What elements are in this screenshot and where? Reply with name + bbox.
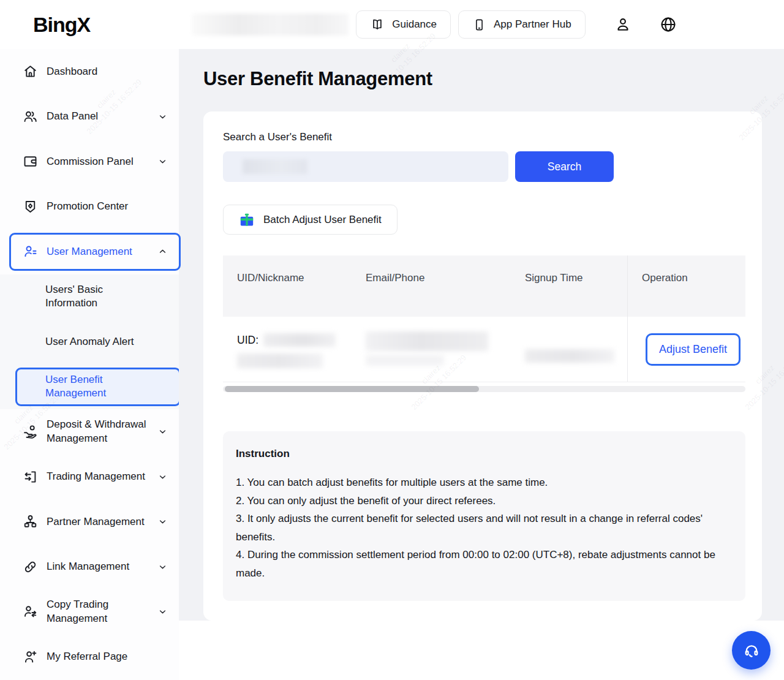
search-section-label: Search a User's Benefit (223, 131, 742, 143)
subitem-label: User Benefit Management (45, 373, 147, 401)
subitem-label: Users' Basic Information (45, 283, 147, 311)
phone-icon (472, 18, 486, 32)
sidebar-item-label: Link Management (47, 560, 129, 573)
wallet-icon (22, 153, 39, 170)
instruction-item: 1. You can batch adjust benefits for mul… (236, 474, 731, 492)
col-header-signup-time: Signup Time (511, 255, 627, 317)
sidebar-subitem-user-benefit-management[interactable]: User Benefit Management (0, 365, 179, 410)
instruction-list: 1. You can batch adjust benefits for mul… (236, 474, 731, 582)
chevron-down-icon (157, 472, 168, 482)
person-plus-icon (22, 649, 39, 665)
horizontal-scrollbar[interactable] (223, 386, 745, 392)
scrollbar-thumb[interactable] (225, 386, 479, 392)
col-header-email-phone: Email/Phone (352, 255, 511, 317)
table-row: UID: Adjust Bene (223, 317, 745, 382)
col-header-uid-nickname: UID/Nickname (223, 255, 352, 317)
guidance-button[interactable]: Guidance (356, 10, 451, 39)
benefit-table: UID/Nickname Email/Phone Signup Time Ope… (223, 255, 745, 392)
bingx-logo: BingX (33, 13, 90, 37)
sidebar-item-link-management[interactable]: Link Management (0, 545, 179, 590)
blurred-phone-value (366, 355, 444, 366)
book-icon (370, 17, 385, 32)
sidebar-subitem-users-basic-information[interactable]: Users' Basic Information (0, 274, 179, 320)
page-title: User Benefit Management (203, 49, 762, 90)
sidebar-item-label: Promotion Center (47, 200, 128, 213)
badge-icon (22, 198, 39, 215)
chevron-down-icon (157, 562, 168, 572)
language-globe-icon[interactable] (659, 15, 677, 34)
instruction-panel: Instruction 1. You can batch adjust bene… (223, 431, 745, 601)
link-icon (22, 559, 39, 575)
blurred-signup-time-value (525, 349, 614, 363)
sidebar-item-data-panel[interactable]: Data Panel (0, 94, 179, 140)
table-header-row: UID/Nickname Email/Phone Signup Time Ope… (223, 255, 745, 317)
chevron-down-icon (157, 606, 168, 617)
chevron-down-icon (157, 516, 168, 527)
gift-icon (239, 212, 255, 228)
blurred-nickname-value (237, 353, 323, 368)
sidebar-item-label: Copy Trading Management (47, 598, 148, 625)
sidebar-item-label: Trading Management (47, 470, 145, 483)
sidebar: Dashboard Data Panel Com (0, 49, 179, 680)
benefit-search-input[interactable] (223, 151, 508, 182)
chevron-up-icon (157, 246, 168, 257)
blurred-email-value (366, 331, 488, 351)
user-management-submenu: Users' Basic Information User Anomaly Al… (0, 274, 179, 410)
sidebar-item-label: Commission Panel (47, 155, 134, 168)
batch-button-label: Batch Adjust User Benefit (263, 214, 382, 226)
sidebar-item-label: My Referral Page (47, 650, 127, 663)
sidebar-item-label: Dashboard (47, 65, 97, 78)
home-icon (22, 63, 39, 80)
adjust-benefit-button[interactable]: Adjust Benefit (646, 333, 741, 366)
users-icon (22, 108, 39, 125)
main-content: User Benefit Management Search a User's … (179, 49, 784, 680)
guidance-label: Guidance (392, 18, 437, 31)
sidebar-item-label: Partner Management (47, 515, 145, 529)
sidebar-item-deposit-withdrawal-management[interactable]: Deposit & Withdrawal Management (0, 409, 179, 455)
sidebar-item-dashboard[interactable]: Dashboard (0, 49, 179, 94)
headset-icon (742, 641, 761, 660)
top-header: BingX Guidance App Partner Hub (0, 0, 784, 49)
col-header-operation: Operation (627, 255, 745, 317)
sidebar-item-commission-panel[interactable]: Commission Panel (0, 139, 179, 184)
instruction-title: Instruction (236, 448, 731, 460)
swap-arrows-icon (22, 469, 39, 485)
benefit-card: Search a User's Benefit Search (203, 111, 762, 621)
copy-trade-icon (22, 603, 39, 620)
subitem-label: User Anomaly Alert (45, 335, 134, 349)
sidebar-item-partner-management[interactable]: Partner Management (0, 499, 179, 545)
user-list-icon (22, 243, 39, 260)
account-icon[interactable] (614, 15, 632, 34)
sidebar-item-trading-management[interactable]: Trading Management (0, 455, 179, 500)
chevron-down-icon (157, 426, 168, 437)
sidebar-item-label: Deposit & Withdrawal Management (47, 418, 148, 445)
search-button[interactable]: Search (515, 151, 614, 182)
instruction-item: 2. You can only adjust the benefit of yo… (236, 492, 731, 510)
instruction-item: 3. It only adjusts the current benefit f… (236, 510, 731, 546)
blurred-account-text (192, 13, 349, 36)
support-fab-button[interactable] (732, 631, 771, 670)
sidebar-item-label: User Management (47, 245, 132, 259)
app-partner-hub-button[interactable]: App Partner Hub (458, 10, 586, 39)
sidebar-subitem-user-anomaly-alert[interactable]: User Anomaly Alert (0, 319, 179, 365)
sidebar-item-my-referral-page[interactable]: My Referral Page (0, 635, 179, 680)
batch-adjust-user-benefit-button[interactable]: Batch Adjust User Benefit (223, 205, 398, 235)
blurred-input-value (243, 159, 307, 174)
org-chart-icon (22, 513, 39, 530)
sidebar-item-user-management[interactable]: User Management (0, 229, 179, 274)
uid-label: UID: (237, 334, 258, 347)
hand-coin-icon (22, 423, 39, 440)
sidebar-item-promotion-center[interactable]: Promotion Center (0, 184, 179, 230)
instruction-item: 4. During the commission settlement peri… (236, 546, 731, 582)
blurred-uid-value (263, 333, 336, 347)
chevron-down-icon (157, 156, 168, 167)
sidebar-item-label: Data Panel (47, 110, 98, 123)
chevron-down-icon (157, 111, 168, 122)
app-partner-hub-label: App Partner Hub (494, 18, 571, 31)
sidebar-item-copy-trading-management[interactable]: Copy Trading Management (0, 589, 179, 635)
